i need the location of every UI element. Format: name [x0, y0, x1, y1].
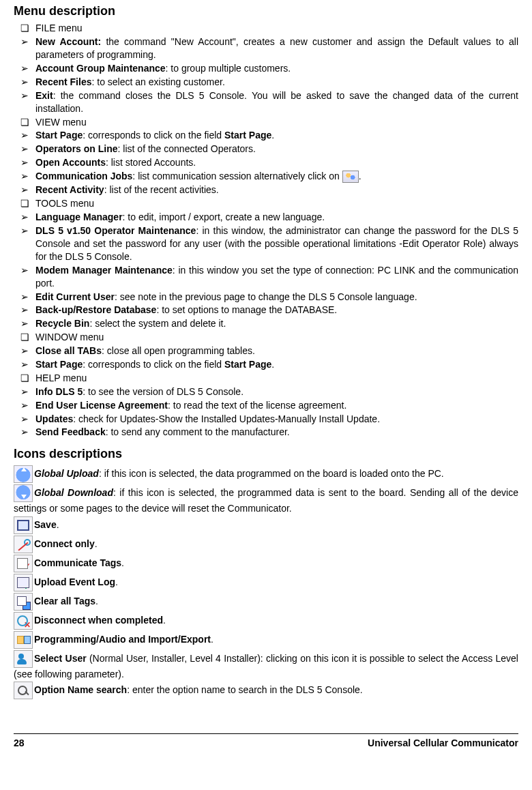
menu-item-bold: Edit Current User — [35, 291, 115, 302]
menu-item-text: Recent Activity: list of the recent acti… — [35, 184, 518, 196]
menu-item-text: VIEW menu — [35, 116, 518, 129]
menu-item: ❏FILE menu — [14, 22, 518, 35]
menu-item-tail: . — [271, 130, 274, 141]
bullet-arrow-icon: ➢ — [20, 211, 35, 224]
icon-item: Programming/Audio and Import/Export. — [14, 631, 518, 649]
menu-item-desc: : corresponds to click on the field — [83, 130, 224, 141]
menu-item-text: Account Group Maintenance: to group mult… — [35, 62, 518, 75]
menu-item-text: FILE menu — [35, 22, 518, 35]
menu-item: ➢Send Feedback: to send any comment to t… — [14, 426, 518, 439]
icon-item: Connect only. — [14, 536, 518, 553]
menu-item-text: Exit: the command closes the DLS 5 Conso… — [35, 89, 518, 115]
icon-item-label: Disconnect when completed — [34, 614, 163, 625]
menu-item-bold: DLS 5 v1.50 Operator Maintenance — [35, 225, 196, 236]
menu-item-tail: . — [359, 171, 361, 181]
icon-item: Clear all Tags. — [14, 593, 518, 611]
menu-item-bold: Close all TABs — [35, 345, 102, 356]
menu-item-bold: Updates — [35, 413, 73, 424]
gdn-icon — [14, 484, 33, 502]
menu-item-text: WINDOW menu — [35, 331, 518, 344]
menu-item-desc: : the command closes the DLS 5 Console. … — [35, 90, 518, 114]
bullet-square-icon: ❏ — [20, 372, 35, 385]
icon-item: Upload Event Log. — [14, 574, 518, 591]
bullet-arrow-icon: ➢ — [20, 129, 35, 142]
menu-item: ➢New Account: the command "New Account",… — [14, 35, 518, 61]
menu-item: ➢Communication Jobs: list communication … — [14, 170, 518, 183]
menu-item-bold: Start Page — [35, 130, 83, 141]
menu-item-text: Info DLS 5: to see the version of DLS 5 … — [35, 385, 518, 398]
icon-item-desc: . — [57, 518, 59, 529]
menu-item-desc: : list communication session alternative… — [132, 171, 342, 181]
menu-item-text: Start Page: corresponds to click on the … — [35, 129, 518, 142]
menu-item: ➢Edit Current User: see note in the prev… — [14, 291, 518, 304]
menu-item-text: Send Feedback: to send any comment to th… — [35, 426, 518, 439]
menu-item-text: End User License Agreement: to read the … — [35, 399, 518, 412]
menu-item-desc: : select the system and delete it. — [89, 318, 226, 329]
menu-item-bold: Info DLS 5 — [35, 386, 83, 397]
icon-item-label: Select User — [34, 652, 87, 663]
menu-item-bold-2: Start Page — [224, 130, 271, 141]
bullet-arrow-icon: ➢ — [20, 358, 35, 371]
menu-item: ➢Start Page: corresponds to click on the… — [14, 358, 518, 371]
menu-item: ❏HELP menu — [14, 372, 518, 385]
menu-item-desc: : to read the text of the license agreem… — [168, 400, 346, 411]
bullet-arrow-icon: ➢ — [20, 264, 35, 277]
menu-item: ➢Back-up/Restore Database: to set option… — [14, 304, 518, 317]
icon-item: Disconnect when completed. — [14, 612, 518, 630]
menu-item: ➢Close all TABs: close all open programm… — [14, 345, 518, 357]
menu-item-bold: Open Accounts — [35, 157, 106, 168]
menu-item-desc: : to select an existing customer. — [91, 76, 224, 87]
icon-item-desc: . — [95, 538, 98, 548]
menu-item: ➢Open Accounts: list stored Accounts. — [14, 156, 518, 169]
icon-item-desc: : enter the option name to search in the… — [127, 684, 363, 695]
icon-item-list: Global Upload: if this icon is selected,… — [14, 465, 518, 700]
icon-item-label: Communicate Tags — [34, 557, 121, 568]
menu-item: ➢Operators on Line: list of the connecte… — [14, 143, 518, 156]
menu-item-text: Modem Manager Maintenance: in this windo… — [35, 264, 518, 290]
menu-item-text: Language Manager: to edit, import / expo… — [35, 211, 518, 224]
menu-item-bold-2: Start Page — [224, 359, 271, 370]
menu-item-bold: Recent Files — [35, 76, 91, 87]
gup-icon — [14, 465, 33, 483]
menu-item-desc: : see note in the previous page to chang… — [115, 291, 417, 302]
icon-item-desc: (Normal User, Installer, Level 4 Install… — [14, 652, 518, 679]
bullet-arrow-icon: ➢ — [20, 156, 35, 169]
bullet-arrow-icon: ➢ — [20, 291, 35, 304]
menu-item-text: DLS 5 v1.50 Operator Maintenance: in thi… — [35, 224, 518, 263]
bullet-arrow-icon: ➢ — [20, 89, 35, 102]
menu-item: ➢Exit: the command closes the DLS 5 Cons… — [14, 89, 518, 115]
menu-item-bold: Start Page — [35, 359, 83, 370]
bullet-arrow-icon: ➢ — [20, 345, 35, 357]
menu-item-desc: : to see the version of DLS 5 Console. — [83, 386, 243, 397]
menu-item: ❏TOOLS menu — [14, 197, 518, 210]
save-icon — [14, 516, 33, 534]
menu-item-text: Updates: check for Updates-Show the Inst… — [35, 413, 518, 426]
bullet-square-icon: ❏ — [20, 197, 35, 210]
menu-item: ❏WINDOW menu — [14, 331, 518, 344]
icon-item-desc: . — [115, 576, 118, 587]
menu-item: ➢Start Page: corresponds to click on the… — [14, 129, 518, 142]
icon-item-label: Save — [34, 518, 57, 529]
icon-item-desc: . — [163, 614, 166, 625]
heading-icons-descriptions: Icons descriptions — [14, 445, 518, 462]
icon-item-desc: . — [121, 557, 124, 568]
page-number: 28 — [14, 737, 25, 750]
bullet-arrow-icon: ➢ — [20, 76, 35, 89]
menu-item: ➢Updates: check for Updates-Show the Ins… — [14, 413, 518, 426]
menu-item-desc: WINDOW menu — [35, 332, 104, 342]
menu-item: ➢Language Manager: to edit, import / exp… — [14, 211, 518, 224]
bullet-arrow-icon: ➢ — [20, 317, 35, 330]
footer-title: Universal Cellular Communicator — [368, 737, 518, 750]
menu-item-text: Edit Current User: see note in the previ… — [35, 291, 518, 304]
menu-item-desc: : to send any comment to the manufacture… — [106, 426, 290, 437]
icon-item-label: Clear all Tags — [34, 595, 95, 606]
menu-item-text: Close all TABs: close all open programmi… — [35, 345, 518, 357]
icon-item: Option Name search: enter the option nam… — [14, 682, 518, 699]
bullet-square-icon: ❏ — [20, 116, 35, 129]
bullet-arrow-icon: ➢ — [20, 385, 35, 398]
menu-item-desc: TOOLS menu — [35, 198, 94, 209]
menu-item-text: Recent Files: to select an existing cust… — [35, 76, 518, 89]
menu-item: ➢Account Group Maintenance: to group mul… — [14, 62, 518, 75]
bullet-arrow-icon: ➢ — [20, 62, 35, 75]
clr-icon — [14, 593, 33, 611]
